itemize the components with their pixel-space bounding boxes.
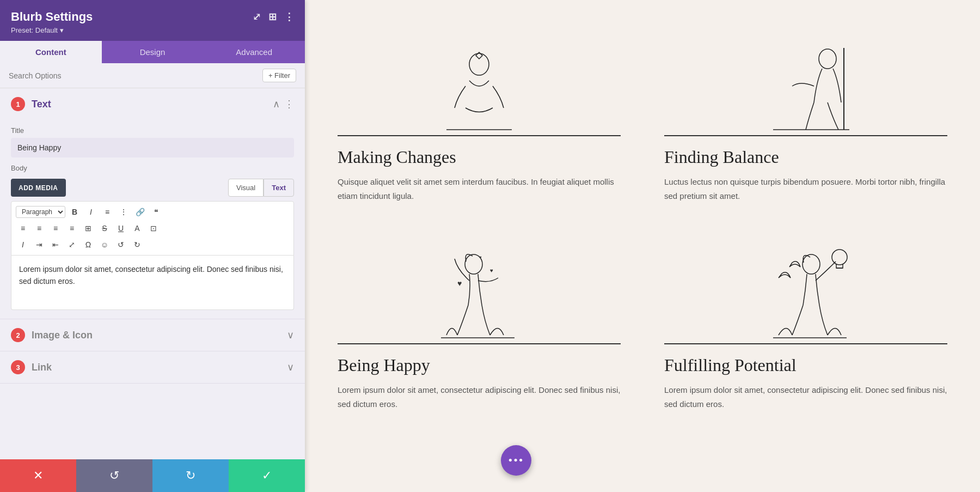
- search-input[interactable]: [9, 71, 262, 80]
- section-number-1: 1: [11, 97, 25, 111]
- blurb-title-finding-balance: Finding Balance: [664, 147, 947, 167]
- section-link-header[interactable]: 3 Link ∨: [0, 351, 305, 383]
- align-left-button[interactable]: ≡: [16, 221, 30, 235]
- text-view-button[interactable]: Text: [264, 179, 294, 197]
- align-center-button[interactable]: ≡: [32, 221, 46, 235]
- more-icon[interactable]: ⋮: [284, 11, 294, 23]
- chevron-down-icon[interactable]: ∨: [287, 329, 294, 341]
- panel-title: Blurb Settings ⤢ ⊞ ⋮: [11, 10, 294, 24]
- add-media-button[interactable]: ADD MEDIA: [11, 179, 66, 197]
- chevron-down-icon-2[interactable]: ∨: [287, 361, 294, 373]
- tab-design[interactable]: Design: [102, 41, 204, 63]
- blurb-body-being-happy: Lorem ipsum dolor sit amet, consectetur …: [338, 383, 621, 411]
- content-grid: Making Changes Quisque aliquet velit sit…: [338, 0, 947, 454]
- blurb-finding-balance: Finding Balance Luctus lectus non quisqu…: [664, 16, 947, 203]
- panel-title-text: Blurb Settings: [11, 10, 93, 24]
- align-justify-button[interactable]: ≡: [65, 221, 79, 235]
- section-title-link: Link: [32, 362, 287, 373]
- panel-header: Blurb Settings ⤢ ⊞ ⋮ Preset: Default ▾: [0, 0, 305, 41]
- search-bar: + Filter: [0, 63, 305, 88]
- floating-menu-button[interactable]: •••: [501, 445, 531, 476]
- section-link-actions: ∨: [287, 361, 294, 373]
- section-actions: ∧ ⋮: [273, 98, 294, 110]
- section-link: 3 Link ∨: [0, 351, 305, 384]
- blurb-illustration-meditation: [338, 16, 621, 136]
- underline-button[interactable]: U: [114, 221, 128, 235]
- more-button[interactable]: ⊡: [146, 221, 161, 235]
- blurb-illustration-potential: [664, 224, 947, 344]
- blurb-body-finding-balance: Luctus lectus non quisque turpis bibendu…: [664, 175, 947, 203]
- bullet-list-button[interactable]: ≡: [100, 205, 114, 219]
- section-image-icon-header[interactable]: 2 Image & Icon ∨: [0, 319, 305, 351]
- font-color-button[interactable]: A: [130, 221, 144, 235]
- blurb-body-making-changes: Quisque aliquet velit sit amet sem inter…: [338, 175, 621, 203]
- bold-button[interactable]: B: [68, 205, 82, 219]
- action-bar: ✕ ↺ ↻ ✓: [0, 459, 305, 492]
- editor-toolbar-row-3: I ⇥ ⇤ ⤢ Ω ☺ ↺ ↻: [16, 238, 289, 252]
- outdent-button[interactable]: ⇤: [48, 238, 63, 252]
- floating-menu-dots: •••: [508, 453, 524, 467]
- undo-button[interactable]: ↺: [76, 459, 152, 492]
- svg-text:♥: ♥: [479, 255, 482, 260]
- editor-toolbar: Paragraph B I ≡ ⋮ 🔗 ❝ ≡ ≡ ≡ ≡ ⊞: [11, 201, 294, 256]
- redo-button[interactable]: ↻: [152, 459, 229, 492]
- svg-point-0: [469, 53, 489, 75]
- section-text: 1 Text ∧ ⋮ Title Body ADD MEDIA Visual T…: [0, 88, 305, 319]
- body-field-label: Body: [11, 164, 294, 172]
- fullscreen-button[interactable]: ⤢: [65, 238, 79, 252]
- section-image-actions: ∨: [287, 329, 294, 341]
- italic-button[interactable]: I: [84, 205, 98, 219]
- editor-content[interactable]: Lorem ipsum dolor sit amet, consectetur …: [11, 256, 294, 310]
- ordered-list-button[interactable]: ⋮: [117, 205, 131, 219]
- visual-view-button[interactable]: Visual: [228, 179, 264, 197]
- section-title-text: Text: [32, 99, 273, 110]
- blurb-body-fulfilling-potential: Lorem ipsum dolor sit amet, consectetur …: [664, 383, 947, 411]
- columns-icon[interactable]: ⊞: [268, 11, 277, 23]
- section-title-image-icon: Image & Icon: [32, 330, 287, 341]
- undo-editor-button[interactable]: ↺: [114, 238, 128, 252]
- filter-button[interactable]: + Filter: [262, 69, 296, 82]
- expand-icon[interactable]: ⤢: [253, 11, 261, 23]
- align-right-button[interactable]: ≡: [48, 221, 63, 235]
- panel-title-icons: ⤢ ⊞ ⋮: [253, 11, 294, 23]
- editor-toolbar-row-2: ≡ ≡ ≡ ≡ ⊞ S U A ⊡: [16, 221, 289, 235]
- italic2-button[interactable]: I: [16, 238, 30, 252]
- strikethrough-button[interactable]: S: [97, 221, 112, 235]
- blurb-title-being-happy: Being Happy: [338, 355, 621, 375]
- svg-point-10: [803, 254, 820, 274]
- title-input[interactable]: [11, 138, 294, 157]
- blurb-making-changes: Making Changes Quisque aliquet velit sit…: [338, 16, 621, 203]
- table-button[interactable]: ⊞: [81, 221, 95, 235]
- emoji-button[interactable]: ☺: [97, 238, 112, 252]
- special-char-button[interactable]: Ω: [81, 238, 95, 252]
- section-number-3: 3: [11, 360, 25, 374]
- section-text-header[interactable]: 1 Text ∧ ⋮: [0, 88, 305, 120]
- cancel-button[interactable]: ✕: [0, 459, 76, 492]
- link-button[interactable]: 🔗: [133, 205, 147, 219]
- paragraph-select[interactable]: Paragraph: [16, 206, 65, 218]
- svg-point-11: [832, 250, 847, 265]
- editor-toolbar-row-1: Paragraph B I ≡ ⋮ 🔗 ❝: [16, 205, 289, 219]
- title-field-label: Title: [11, 126, 294, 135]
- svg-text:♥: ♥: [457, 280, 462, 288]
- panel-tabs: Content Design Advanced: [0, 41, 305, 63]
- view-toggle: Visual Text: [228, 179, 294, 197]
- body-toolbar: ADD MEDIA Visual Text: [11, 179, 294, 197]
- section-image-icon: 2 Image & Icon ∨: [0, 319, 305, 351]
- redo-editor-button[interactable]: ↻: [130, 238, 144, 252]
- settings-panel: Blurb Settings ⤢ ⊞ ⋮ Preset: Default ▾ C…: [0, 0, 305, 492]
- blurb-illustration-happy: ♥ ♥ ♥: [338, 224, 621, 344]
- text-section-content: Title Body ADD MEDIA Visual Text Paragra…: [0, 126, 305, 319]
- chevron-up-icon[interactable]: ∧: [273, 98, 280, 110]
- section-number-2: 2: [11, 328, 25, 342]
- tab-advanced[interactable]: Advanced: [203, 41, 305, 63]
- preset-label[interactable]: Preset: Default ▾: [11, 26, 294, 34]
- svg-point-2: [819, 49, 836, 69]
- tab-content[interactable]: Content: [0, 41, 102, 63]
- dots-icon[interactable]: ⋮: [284, 98, 294, 110]
- blurb-title-making-changes: Making Changes: [338, 147, 621, 167]
- indent-button[interactable]: ⇥: [32, 238, 46, 252]
- save-button[interactable]: ✓: [229, 459, 305, 492]
- blockquote-button[interactable]: ❝: [149, 205, 163, 219]
- blurb-illustration-balance: [664, 16, 947, 136]
